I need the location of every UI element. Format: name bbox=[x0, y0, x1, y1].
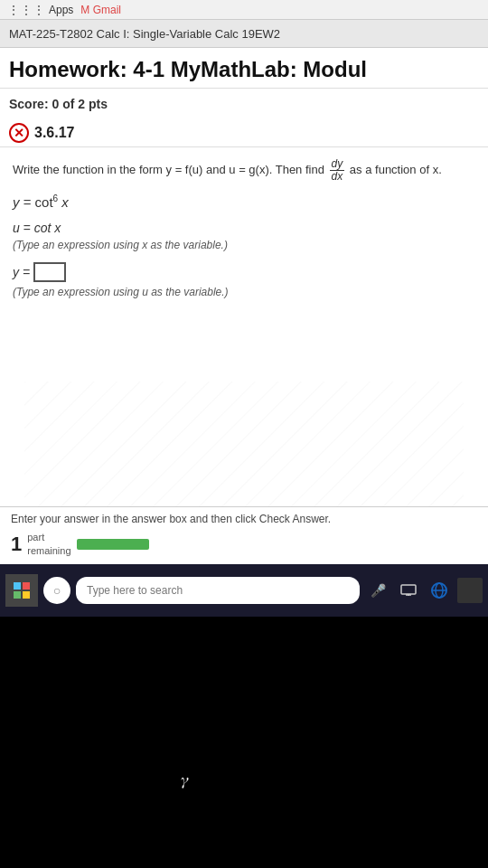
parts-remaining-row: 1 part remaining bbox=[11, 531, 477, 557]
u-hint-text: (Type an expression using x as the varia… bbox=[13, 239, 475, 251]
instruction-text-1: Write the function in the form y = f(u) … bbox=[13, 163, 324, 176]
display-switch-icon[interactable] bbox=[396, 578, 421, 603]
fraction-denominator: dx bbox=[330, 171, 345, 183]
dy-dx-fraction: dy dx bbox=[330, 158, 345, 183]
part-label-line1: part bbox=[27, 531, 70, 543]
u-answer-value: cot x bbox=[34, 221, 61, 235]
y-input-row: y = bbox=[13, 262, 475, 282]
u-answer-row: u = cot x bbox=[13, 221, 475, 235]
windows-start-button[interactable] bbox=[5, 574, 38, 607]
score-value: 0 of 2 pts bbox=[52, 97, 107, 111]
page-title: Homework: 4-1 MyMathLab: Modul bbox=[9, 57, 479, 82]
enter-answer-instruction: Enter your answer in the answer box and … bbox=[11, 513, 477, 525]
parts-label: part remaining bbox=[27, 531, 70, 557]
browser-top-bar: ⋮⋮⋮ Apps M Gmail bbox=[0, 0, 488, 20]
function-label: y = cot6 x bbox=[13, 194, 69, 210]
problem-instruction: Write the function in the form y = f(u) … bbox=[13, 158, 475, 183]
cortana-search-button[interactable]: ○ bbox=[43, 577, 70, 604]
problem-body: Write the function in the form y = f(u) … bbox=[0, 147, 488, 316]
taskbar-app-icon[interactable] bbox=[457, 578, 483, 603]
svg-rect-9 bbox=[14, 582, 21, 590]
y-label: y = bbox=[13, 265, 30, 279]
svg-rect-10 bbox=[23, 582, 30, 590]
cursor-indicator: 𝛾 bbox=[181, 770, 189, 789]
taskbar-search-bar[interactable] bbox=[76, 577, 360, 604]
part-label-line2: remaining bbox=[27, 544, 70, 557]
instruction-text-2: as a function of x. bbox=[350, 163, 442, 176]
incorrect-icon: ✕ bbox=[9, 123, 29, 143]
y-hint-text: (Type an expression using u as the varia… bbox=[13, 286, 475, 298]
apps-label[interactable]: Apps bbox=[49, 4, 73, 16]
y-answer-input[interactable] bbox=[33, 262, 66, 282]
parts-count: 1 bbox=[11, 533, 22, 556]
progress-bar bbox=[77, 539, 149, 550]
gmail-link[interactable]: M Gmail bbox=[80, 4, 121, 16]
bottom-bar: Enter your answer in the answer box and … bbox=[0, 506, 488, 562]
svg-rect-12 bbox=[23, 591, 30, 599]
function-display: y = cot6 x bbox=[13, 193, 475, 210]
problem-number: 3.6.17 bbox=[34, 125, 74, 141]
course-bar: MAT-225-T2802 Calc I: Single-Variable Ca… bbox=[0, 20, 488, 48]
course-title: MAT-225-T2802 Calc I: Single-Variable Ca… bbox=[9, 27, 280, 41]
fraction-numerator: dy bbox=[330, 158, 345, 171]
problem-header: ✕ 3.6.17 bbox=[0, 119, 488, 147]
black-background-area: 𝛾 bbox=[0, 617, 488, 868]
svg-rect-13 bbox=[401, 585, 416, 594]
page-content: MAT-225-T2802 Calc I: Single-Variable Ca… bbox=[0, 20, 488, 617]
svg-rect-11 bbox=[14, 591, 21, 599]
taskbar-search-input[interactable] bbox=[87, 584, 349, 597]
microphone-icon: 🎤 bbox=[365, 578, 390, 603]
page-heading: Homework: 4-1 MyMathLab: Modul bbox=[0, 48, 488, 89]
score-section: Score: 0 of 2 pts bbox=[0, 89, 488, 119]
internet-explorer-icon[interactable] bbox=[427, 578, 452, 603]
score-label: Score: bbox=[9, 97, 49, 111]
u-label: u = bbox=[13, 221, 34, 235]
windows-taskbar: ○ 🎤 bbox=[0, 564, 488, 617]
function-exponent: 6 bbox=[53, 193, 59, 203]
